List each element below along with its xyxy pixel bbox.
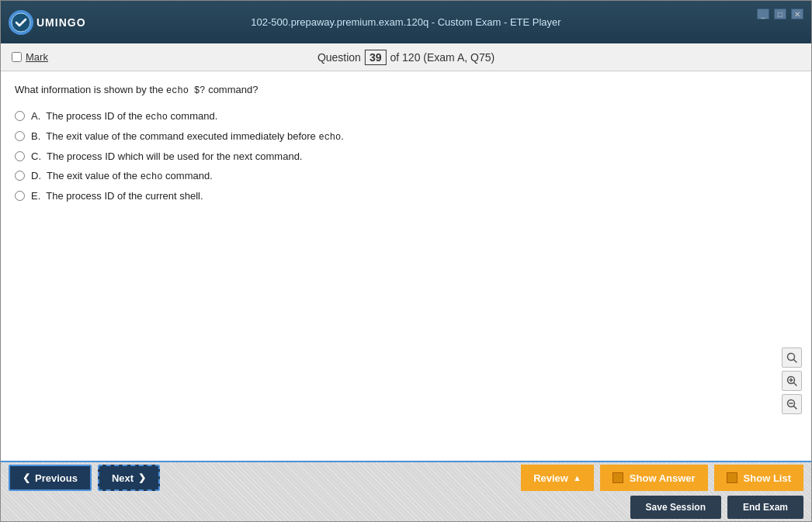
svg-line-8 [794,406,797,410]
titlebar: UMINGO 102-500.prepaway.premium.exam.120… [1,1,811,43]
option-e-radio[interactable] [15,191,25,201]
option-e: E. The process ID of the current shell. [15,190,797,202]
show-list-label: Show List [744,472,791,484]
bottom-toolbar: ❮ Previous Next ❯ Review ▲ Show Answer [1,461,811,521]
main-window: UMINGO 102-500.prepaway.premium.exam.120… [0,0,812,522]
review-chevron-icon: ▲ [573,473,581,482]
end-exam-button[interactable]: End Exam [727,496,803,519]
next-chevron-icon: ❯ [138,472,146,483]
zoom-controls [782,347,802,414]
option-e-text: E. The process ID of the current shell. [31,190,203,202]
svg-point-0 [12,13,30,32]
option-b-radio[interactable] [15,131,25,141]
review-label: Review [533,472,568,484]
show-answer-indicator [612,472,623,483]
option-d: D. The exit value of the echo command. [15,170,797,182]
show-answer-button[interactable]: Show Answer [600,465,708,491]
option-b: B. The exit value of the command execute… [15,130,797,143]
logo-text: UMINGO [36,16,86,29]
next-button[interactable]: Next ❯ [98,465,160,491]
zoom-in-button[interactable] [782,371,802,391]
maximize-button[interactable]: □ [774,9,786,19]
minimize-button[interactable]: _ [757,9,769,19]
window-controls[interactable]: _ □ ✕ [757,9,803,19]
previous-chevron-icon: ❮ [23,472,30,483]
question-number-badge: 39 [365,50,387,65]
previous-label: Previous [35,472,78,484]
titlebar-title: 102-500.prepaway.premium.exam.120q - Cus… [251,16,560,28]
option-a-text: A. The process ID of the echo command. [31,110,217,123]
question-suffix: of 120 (Exam A, Q75) [390,51,495,64]
previous-button[interactable]: ❮ Previous [9,465,92,491]
question-prefix: Question [318,51,361,64]
toolbar-row2: Save Session End Exam [1,493,811,521]
mark-label: Mark [26,51,48,63]
toolbar-row1: ❮ Previous Next ❯ Review ▲ Show Answer [1,461,811,493]
question-number: Question 39 of 120 (Exam A, Q75) [318,50,494,65]
next-label: Next [112,472,134,484]
question-text: What information is shown by the echo $?… [15,84,797,96]
option-c: C. The process ID which will be used for… [15,150,797,162]
svg-line-4 [794,383,797,386]
question-header: Mark Question 39 of 120 (Exam A, Q75) [1,43,811,71]
option-c-text: C. The process ID which will be used for… [31,150,302,162]
option-d-text: D. The exit value of the echo command. [31,170,213,182]
option-a-radio[interactable] [15,111,25,121]
option-b-text: B. The exit value of the command execute… [31,130,344,143]
save-session-label: Save Session [646,502,706,513]
show-list-indicator [727,472,737,483]
mark-checkbox-input[interactable] [12,52,22,62]
option-a: A. The process ID of the echo command. [15,110,797,123]
logo: UMINGO [9,10,86,35]
content-area: What information is shown by the echo $?… [1,71,811,461]
save-session-button[interactable]: Save Session [630,496,721,519]
option-d-radio[interactable] [15,171,25,181]
zoom-out-button[interactable] [782,394,802,414]
options-list: A. The process ID of the echo command. B… [15,110,797,202]
show-list-button[interactable]: Show List [714,465,803,491]
option-c-radio[interactable] [15,151,25,161]
show-answer-label: Show Answer [630,472,696,484]
search-button[interactable] [782,347,802,368]
end-exam-label: End Exam [743,502,788,513]
review-button[interactable]: Review ▲ [521,465,594,491]
mark-checkbox[interactable]: Mark [12,51,48,63]
svg-line-2 [794,360,797,363]
close-button[interactable]: ✕ [791,9,803,19]
logo-icon [9,10,33,35]
